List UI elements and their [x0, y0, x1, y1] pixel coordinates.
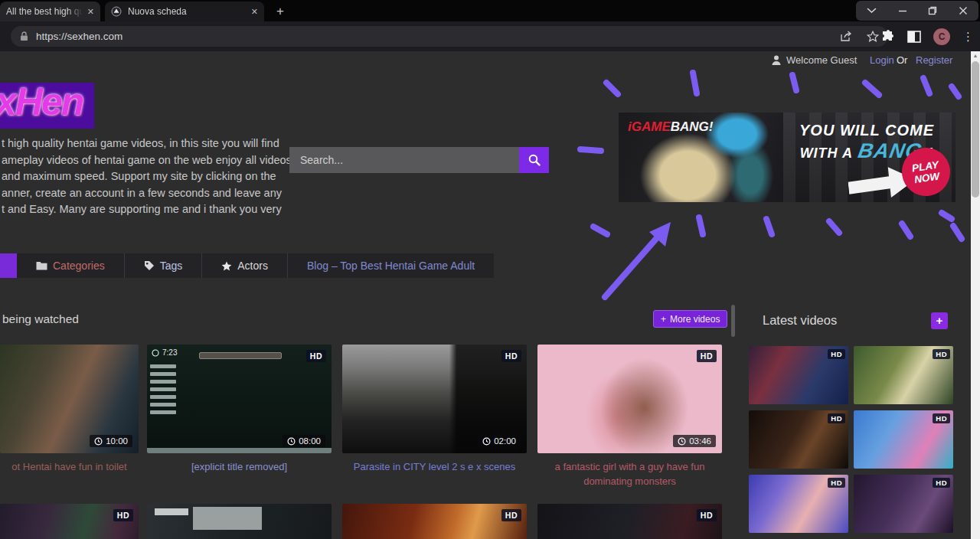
nav-actors[interactable]: Actors — [201, 253, 287, 278]
site-logo[interactable]: xHen — [0, 83, 94, 129]
video-thumbnail-placeholder[interactable]: 10:00 — [0, 345, 139, 453]
profile-avatar[interactable]: C — [933, 28, 950, 45]
hd-badge: HD — [113, 509, 133, 521]
more-videos-button[interactable]: + More videos — [653, 310, 727, 328]
tab-search-chevron-icon[interactable] — [867, 8, 877, 14]
close-window-icon[interactable] — [959, 6, 968, 15]
hd-badge: HD — [933, 478, 950, 488]
tab-strip: All the best high quality ✕ Nuova scheda… — [0, 0, 980, 21]
browser-window: All the best high quality ✕ Nuova scheda… — [0, 0, 980, 539]
video-title-link[interactable]: [explicit title removed] — [147, 459, 332, 474]
star-icon — [221, 261, 232, 271]
nav-active-tab-stub[interactable] — [0, 253, 17, 278]
nav-blog[interactable]: Blog – Top Best Hentai Game Adult — [287, 253, 494, 278]
register-link[interactable]: Register — [916, 54, 952, 66]
latest-thumbnail-placeholder[interactable]: HD — [749, 410, 848, 469]
window-controls — [856, 1, 978, 21]
search-bar — [289, 147, 549, 173]
hd-badge: HD — [828, 478, 845, 488]
latest-thumbnail-placeholder[interactable]: HD — [854, 346, 953, 404]
thumb-overlay — [199, 352, 282, 359]
hd-badge: HD — [501, 509, 521, 521]
tab-close-icon[interactable]: ✕ — [87, 7, 94, 17]
thumb-overlay: 7:23 — [152, 348, 177, 357]
clock-icon — [482, 437, 491, 446]
search-input[interactable] — [289, 147, 519, 173]
video-card — [147, 504, 332, 539]
video-thumbnail-placeholder[interactable]: HD — [0, 504, 139, 539]
duration-badge: 08:00 — [283, 435, 325, 447]
browser-toolbar: https://sexhen.com C ⋮ — [0, 21, 980, 51]
video-card: HD — [0, 504, 139, 539]
video-thumbnail-placeholder[interactable]: HD 02:00 — [342, 345, 527, 453]
latest-thumbnail-placeholder[interactable]: HD — [749, 346, 848, 404]
url-text: https://sexhen.com — [36, 31, 840, 42]
site-topbar: Welcome Guest Login Or Register — [0, 54, 971, 68]
nav-tags[interactable]: Tags — [124, 253, 202, 278]
page-viewport: Welcome Guest Login Or Register xHen t h… — [0, 51, 980, 539]
site-nav: Categories Tags Actors Blog – Top Best H… — [0, 253, 494, 278]
video-thumbnail-placeholder[interactable]: HD 03:46 — [537, 345, 722, 453]
thumb-overlay — [147, 448, 332, 453]
address-bar[interactable]: https://sexhen.com — [11, 26, 888, 47]
lock-icon — [20, 31, 28, 41]
clock-icon — [287, 437, 296, 446]
browser-menu-icon[interactable]: ⋮ — [962, 30, 974, 44]
user-icon — [772, 55, 781, 65]
login-link[interactable]: Login — [870, 54, 894, 66]
nav-categories[interactable]: Categories — [17, 253, 124, 278]
clock-icon — [94, 437, 103, 446]
welcome-text: Welcome Guest — [772, 54, 857, 66]
hd-badge: HD — [501, 350, 521, 362]
video-thumbnail-placeholder[interactable]: HD — [342, 504, 527, 539]
video-title-link[interactable]: a fantastic girl with a guy have fun dom… — [537, 459, 722, 488]
video-card: 10:00 ot Hentai have fun in toilet — [0, 345, 139, 474]
latest-thumbnail-placeholder[interactable]: HD — [854, 475, 953, 533]
scrollbar-thumb[interactable] — [972, 61, 979, 198]
extensions-puzzle-icon[interactable] — [881, 30, 895, 44]
clock-icon — [678, 437, 686, 446]
duration-badge: 02:00 — [478, 435, 521, 447]
hd-badge: HD — [933, 349, 950, 359]
duration-badge: 03:46 — [673, 435, 716, 447]
clock-icon — [152, 349, 159, 357]
tab-title: Nuova scheda — [128, 6, 247, 17]
bookmark-star-icon[interactable] — [867, 31, 879, 42]
duration-badge: 10:00 — [90, 435, 132, 447]
video-thumbnail-placeholder[interactable]: 7:23 HD 08:00 — [147, 345, 332, 453]
video-card: 7:23 HD 08:00 [explicit title removed] — [147, 345, 332, 474]
video-title-link[interactable]: ot Hentai have fun in toilet — [0, 459, 139, 474]
hd-badge: HD — [697, 350, 717, 362]
or-text: Or — [897, 54, 907, 66]
tab-site[interactable]: All the best high quality ✕ — [0, 2, 100, 21]
latest-add-button[interactable]: + — [931, 312, 948, 329]
tab-new-tab[interactable]: Nuova scheda ✕ — [105, 2, 264, 21]
new-tab-button[interactable]: + — [272, 3, 289, 20]
video-card: HD — [342, 504, 527, 539]
hd-badge: HD — [828, 349, 845, 359]
ad-brand-logo: iGAMEBANG! — [628, 119, 713, 135]
tab-title: All the best high quality — [6, 6, 83, 17]
latest-thumbnail-placeholder[interactable]: HD — [854, 410, 953, 469]
thumb-overlay — [150, 364, 176, 418]
video-card: HD — [537, 504, 722, 539]
hd-badge: HD — [933, 413, 950, 423]
video-thumbnail-placeholder[interactable] — [147, 504, 332, 539]
video-thumbnail-placeholder[interactable]: HD — [537, 504, 722, 539]
video-card: HD 03:46 a fantastic girl with a guy hav… — [537, 345, 722, 488]
search-button[interactable] — [519, 147, 549, 173]
tab-close-icon[interactable]: ✕ — [251, 7, 258, 17]
share-icon[interactable] — [840, 31, 853, 42]
ad-banner[interactable]: iGAMEBANG! YOU WILL COME WITH A BANG ! P… — [619, 113, 956, 202]
video-title-link[interactable]: Parasite in CITY level 2 s e x scenes — [342, 459, 527, 474]
search-icon — [528, 154, 541, 166]
minimize-icon[interactable] — [898, 6, 907, 15]
scrollbar-up-arrow-icon[interactable]: ▲ — [972, 53, 978, 59]
section-title-latest-videos: Latest videos — [763, 313, 837, 328]
page-scrollbar[interactable]: ▲ — [971, 51, 980, 539]
restore-icon[interactable] — [928, 6, 937, 15]
plus-icon: + — [661, 314, 666, 325]
tab-favicon-icon — [111, 6, 122, 17]
side-panel-icon[interactable] — [907, 31, 921, 43]
latest-thumbnail-placeholder[interactable]: HD — [749, 475, 848, 533]
